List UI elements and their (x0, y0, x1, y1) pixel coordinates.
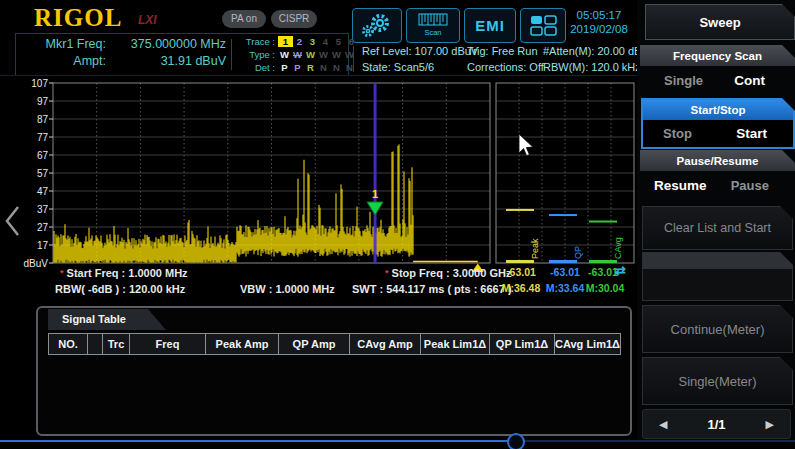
spectrum-analyzer-screen: RIGOL LXI PA on CISPR Scan EMI (0, 0, 795, 449)
y-axis-unit: dBuV (24, 258, 49, 269)
meter-axis-label: Peak (530, 238, 540, 259)
pager-page-indicator: 1/1 (707, 417, 725, 432)
qp-meter-value: M:33.64 (543, 282, 587, 294)
option-pause[interactable]: Pause (731, 178, 769, 193)
softkey-pause-resume[interactable]: Resume Pause (640, 171, 795, 199)
col-blank (88, 334, 103, 354)
col-peak-lim: Peak Lim1Δ (421, 334, 490, 354)
peak-meter-value: M:36.48 (499, 282, 543, 294)
start-stop-header: Start/Stop (643, 100, 793, 120)
option-single[interactable]: Single (664, 73, 703, 88)
y-tick-label: 77 (37, 132, 49, 143)
softkey-start-stop[interactable]: Start/Stop Stop Start (641, 98, 795, 149)
spectrum-chart[interactable]: 107978777675747372717dBuV1PeakQPCAvg (0, 0, 660, 290)
cavg-meter-value: M:30.04 (583, 282, 627, 294)
scan-progress-knob[interactable] (507, 433, 525, 449)
col-peak-amp: Peak Amp (206, 334, 279, 354)
swt-readout: SWT : 544.117 ms ( pts : 6667 ) (352, 283, 512, 295)
qp-delta-value: -63.01 (545, 266, 585, 278)
softkey-menu: Sweep Frequency Scan Single Cont Start/S… (637, 0, 795, 442)
col-cavg-lim: CAvg Lim1Δ (555, 334, 620, 354)
y-tick-label: 17 (37, 240, 49, 251)
meter-axis-label: QP (573, 246, 583, 259)
clear-list-and-start-button[interactable]: Clear List and Start (642, 206, 793, 250)
scan-progress-fill (0, 440, 508, 442)
y-tick-label: 87 (37, 114, 49, 125)
editable-indicator: * (60, 268, 64, 278)
peak-delta-value: -63.01 (501, 266, 541, 278)
swap-meter-icon[interactable]: ⇄ (615, 263, 626, 278)
continue-meter-button[interactable]: Continue(Meter) (642, 305, 793, 353)
pager-next-icon[interactable]: ▶ (766, 418, 774, 431)
col-freq: Freq (130, 334, 206, 354)
single-meter-button[interactable]: Single(Meter) (642, 357, 793, 405)
softkey-frequency-scan[interactable]: Single Cont (640, 66, 795, 94)
editable-indicator: * (385, 268, 389, 278)
option-resume[interactable]: Resume (654, 178, 707, 193)
pager-prev-icon[interactable]: ◀ (659, 418, 667, 431)
option-stop[interactable]: Stop (663, 125, 692, 140)
vbw-readout: VBW : 1.0000 MHz (240, 283, 335, 295)
softkey-pause-resume-header: Pause/Resume (640, 150, 795, 171)
col-qp-amp: QP Amp (279, 334, 350, 354)
start-freq-readout: * Start Freq : 1.0000 MHz (60, 267, 188, 279)
menu-title-sweep: Sweep (645, 4, 795, 40)
y-tick-label: 107 (31, 78, 48, 89)
y-tick-label: 47 (37, 186, 49, 197)
col-trc: Trc (103, 334, 130, 354)
rbw-readout: RBW( -6dB ) : 120.00 kHz (55, 283, 185, 295)
meter-axis-label: CAvg (613, 237, 623, 259)
stop-freq-readout: * Stop Freq : 3.0000 GHz (385, 267, 511, 279)
col-no: NO. (49, 334, 88, 354)
softkey-frequency-scan-header: Frequency Scan (640, 45, 795, 66)
y-tick-label: 97 (37, 96, 49, 107)
y-tick-label: 57 (37, 168, 49, 179)
marker-number: 1 (372, 188, 378, 200)
signal-table-header: NO. Trc Freq Peak Amp QP Amp CAvg Amp Pe… (48, 333, 621, 355)
option-start[interactable]: Start (736, 125, 767, 140)
collapse-panel-chevron[interactable] (2, 203, 24, 239)
menu-pager: ◀ 1/1 ▶ (642, 409, 791, 439)
col-cavg-amp: CAvg Amp (350, 334, 421, 354)
y-tick-label: 27 (37, 222, 49, 233)
blank-softkey (642, 252, 793, 301)
y-tick-label: 37 (37, 204, 49, 215)
col-qp-lim: QP Lim1Δ (490, 334, 555, 354)
y-tick-label: 67 (37, 150, 49, 161)
option-cont[interactable]: Cont (734, 73, 765, 88)
